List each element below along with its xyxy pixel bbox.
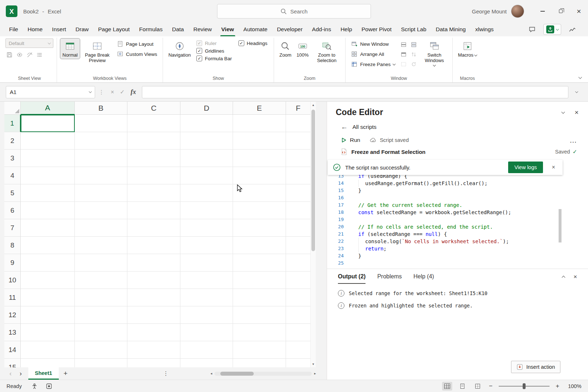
zoom-out-button[interactable]: −	[488, 383, 494, 390]
freeze-panes-button[interactable]: Freeze Panes	[349, 60, 397, 69]
ribbon-tab-file[interactable]: File	[4, 23, 23, 36]
cell-D13[interactable]	[180, 324, 233, 341]
code-line-22[interactable]: 22console.log(`No cells in worksheet sel…	[327, 238, 588, 245]
analyze-button[interactable]	[566, 24, 579, 35]
view-side-by-side-button[interactable]	[409, 40, 418, 49]
ribbon-tab-xlwings[interactable]: xlwings	[470, 23, 498, 36]
normal-view-button[interactable]: Normal	[60, 38, 80, 59]
search-box[interactable]: Search	[217, 4, 371, 19]
code-line-15[interactable]: 15}	[327, 187, 588, 194]
cell-B6[interactable]	[75, 202, 127, 219]
synchronous-scrolling-button[interactable]	[409, 50, 418, 59]
code-line-17[interactable]: 17// Get the current selected range.	[327, 201, 588, 209]
cell-C9[interactable]	[127, 254, 180, 271]
cell-E4[interactable]	[233, 167, 286, 184]
cell-D10[interactable]	[180, 271, 233, 289]
notification-close-icon[interactable]: ×	[547, 164, 560, 171]
accessibility-icon[interactable]	[31, 383, 38, 389]
ribbon-tab-insert[interactable]: Insert	[47, 23, 71, 36]
hide-window-button[interactable]	[399, 50, 408, 59]
code-line-21[interactable]: 21if (selectedRange === null) {	[327, 230, 588, 238]
row-header-13[interactable]: 13	[4, 324, 21, 341]
formula-input[interactable]	[142, 86, 568, 98]
cell-B13[interactable]	[75, 324, 127, 341]
zoom-in-button[interactable]: +	[555, 383, 560, 390]
cell-C2[interactable]	[127, 132, 180, 150]
ribbon-tab-power-pivot[interactable]: Power Pivot	[357, 23, 396, 36]
page-break-mode-button[interactable]	[473, 382, 483, 391]
cell-A14[interactable]	[21, 341, 75, 359]
user-avatar[interactable]	[511, 5, 524, 18]
add-sheet-button[interactable]: +	[60, 369, 72, 377]
cell-F8[interactable]	[286, 237, 311, 254]
cancel-entry-icon[interactable]: ×	[111, 89, 114, 95]
cell-F6[interactable]	[286, 202, 311, 219]
cell-B4[interactable]	[75, 167, 127, 184]
cell-C12[interactable]	[127, 306, 180, 324]
sheet-more-icon[interactable]: ⋮	[163, 370, 169, 377]
cell-C5[interactable]	[127, 184, 180, 202]
cell-C15[interactable]	[127, 359, 180, 367]
code-line-20[interactable]: 20// If no cells are selected, end the s…	[327, 223, 588, 230]
sheet-view-options-icon[interactable]	[37, 52, 43, 58]
sheet-nav-left-icon[interactable]: ‹	[6, 370, 15, 377]
cell-E1[interactable]	[233, 115, 286, 132]
horizontal-scroll-thumb[interactable]	[220, 372, 254, 376]
cell-B2[interactable]	[75, 132, 127, 150]
cell-F2[interactable]	[286, 132, 311, 150]
column-header-B[interactable]: B	[75, 102, 127, 115]
minimize-button[interactable]	[534, 0, 552, 23]
cell-C3[interactable]	[127, 150, 180, 167]
cell-C4[interactable]	[127, 167, 180, 184]
ribbon-tab-add-ins[interactable]: Add-ins	[307, 23, 336, 36]
cell-A8[interactable]	[21, 237, 75, 254]
cell-D9[interactable]	[180, 254, 233, 271]
zoom-100-button[interactable]: 100 100%	[294, 38, 311, 59]
cell-F15[interactable]	[286, 359, 311, 367]
row-header-4[interactable]: 4	[4, 167, 21, 184]
cell-C11[interactable]	[127, 289, 180, 306]
cell-F10[interactable]	[286, 271, 311, 289]
code-line-19[interactable]: 19	[327, 216, 588, 223]
cell-A5[interactable]	[21, 184, 75, 202]
expand-formula-bar-button[interactable]	[571, 86, 582, 98]
cell-B3[interactable]	[75, 150, 127, 167]
zoom-button[interactable]: Zoom	[277, 38, 294, 59]
close-panel-icon[interactable]: ×	[575, 109, 579, 117]
cell-F3[interactable]	[286, 150, 311, 167]
row-header-7[interactable]: 7	[4, 219, 21, 237]
cell-F4[interactable]	[286, 167, 311, 184]
insert-action-button[interactable]: Insert action	[511, 361, 560, 373]
cell-B12[interactable]	[75, 306, 127, 324]
code-line-14[interactable]: 14usedRange.getFormat().getFill().clear(…	[327, 180, 588, 187]
cell-A9[interactable]	[21, 254, 75, 271]
cell-E6[interactable]	[233, 202, 286, 219]
cell-C8[interactable]	[127, 237, 180, 254]
excel-logo-icon[interactable]: X	[6, 5, 17, 17]
code-scroll-thumb[interactable]	[559, 209, 562, 242]
keep-sheet-view-icon[interactable]	[6, 52, 13, 58]
ribbon-tab-formulas[interactable]: Formulas	[134, 23, 167, 36]
ribbon-tab-help[interactable]: Help	[336, 23, 357, 36]
comments-button[interactable]	[526, 24, 538, 35]
column-header-E[interactable]: E	[233, 102, 286, 115]
cell-E8[interactable]	[233, 237, 286, 254]
macro-record-icon[interactable]	[46, 383, 52, 389]
cell-D11[interactable]	[180, 289, 233, 306]
row-header-3[interactable]: 3	[4, 150, 21, 167]
cell-A2[interactable]	[21, 132, 75, 150]
row-header-6[interactable]: 6	[4, 202, 21, 219]
zoom-slider[interactable]	[499, 386, 550, 387]
exit-sheet-view-icon[interactable]	[16, 52, 23, 58]
ribbon-tab-automate[interactable]: Automate	[239, 23, 272, 36]
cell-B14[interactable]	[75, 341, 127, 359]
cell-E7[interactable]	[233, 219, 286, 237]
cell-E10[interactable]	[233, 271, 286, 289]
row-header-10[interactable]: 10	[4, 271, 21, 289]
cell-A10[interactable]	[21, 271, 75, 289]
output-tab-output-2[interactable]: Output (2)	[338, 273, 366, 284]
vertical-scrollbar[interactable]: ▲ ▼	[310, 102, 316, 367]
cell-C1[interactable]	[127, 115, 180, 132]
view-logs-button[interactable]: View logs	[508, 162, 543, 173]
cell-B9[interactable]	[75, 254, 127, 271]
